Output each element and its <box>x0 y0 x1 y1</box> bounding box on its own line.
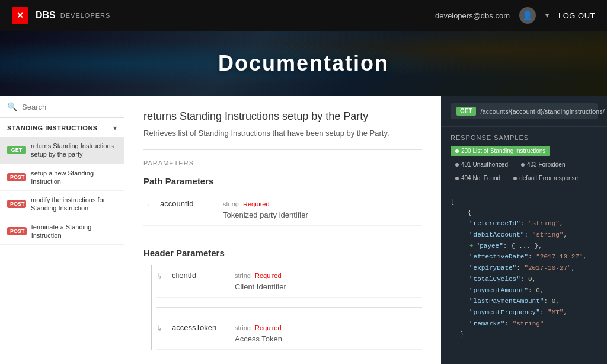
method-badge-post-2: POST <box>7 200 26 208</box>
sidebar-item-post-modify[interactable]: POST modify the instructions for Standin… <box>0 191 124 218</box>
sidebar-item-post-setup[interactable]: POST setup a new Standing Instruction <box>0 164 124 191</box>
main-layout: 🔍 STANDING INSTRUCTIONS ▾ GET returns St… <box>0 96 607 364</box>
content-description: Retrieves list of Standing Instructions … <box>143 129 422 138</box>
divider-3 <box>156 307 422 308</box>
logo: ✕ DBS DEVELOPERS <box>12 7 110 24</box>
code-line-debit: "debitAccount": "string", <box>451 229 598 241</box>
code-line-payfreq: "paymentFrequency": "MT", <box>451 307 598 318</box>
param-row-accesstoken: ↳ accessToken string Required Access Tok… <box>156 317 422 350</box>
header-params-group: ↳ clientId string Required Client Identi… <box>151 265 422 350</box>
header-params-title: Header Parameters <box>143 248 422 258</box>
divider-2 <box>143 238 422 238</box>
code-line-lastpayamount: "lastPaymentAmount": 0, <box>451 296 598 307</box>
sidebar-section-header[interactable]: STANDING INSTRUCTIONS ▾ <box>0 118 124 137</box>
logo-dbs: DBS <box>36 10 56 21</box>
code-line-totalcycles: "totalCycles": 0, <box>451 274 598 285</box>
param-arrow-icon: → <box>143 200 151 209</box>
param-name-clientid: clientId <box>172 271 225 280</box>
code-line-refid: "referenceId": "string", <box>451 218 598 229</box>
code-line-payee: +"payee": { ... }, <box>451 241 598 252</box>
param-row-clientid: ↳ clientId string Required Client Identi… <box>156 265 422 298</box>
param-desc-accountid: Tokenized party identifier <box>223 210 422 219</box>
endpoint-path: /accounts/{accountId}/standingInstructio… <box>481 108 605 115</box>
sidebar-item-post-terminate[interactable]: POST terminate a Standing Instruction <box>0 218 124 245</box>
user-email: developers@dbs.com <box>435 11 510 20</box>
page-title: returns Standing Instructions setup by t… <box>143 110 422 123</box>
endpoint-bar[interactable]: GET /accounts/{accountId}/standingInstru… <box>451 103 598 119</box>
code-open-bracket: [ <box>451 198 455 205</box>
resp-tab-403-label: 403 Forbidden <box>527 161 566 168</box>
sidebar-item-label-3: modify the instructions for Standing Ins… <box>31 196 117 213</box>
search-icon: 🔍 <box>7 102 17 111</box>
get-badge: GET <box>456 107 476 116</box>
param-name-accountid: accountId <box>160 199 213 208</box>
param-desc-accesstoken: Access Token <box>235 334 422 343</box>
code-line-expdate: "expiryDate": "2017-10-27", <box>451 263 598 274</box>
content-area: returns Standing Instructions setup by t… <box>124 96 441 364</box>
param-arrow-icon-2: ↳ <box>156 272 162 280</box>
resp-tab-404-label: 404 Not Found <box>461 175 500 181</box>
parameters-label: PARAMETERS <box>143 159 422 167</box>
code-line-effdate: "effectiveDate": "2017-10-27", <box>451 251 598 263</box>
sidebar-item-get-standing[interactable]: GET returns Standing Instructions setup … <box>0 137 124 164</box>
resp-dot-200 <box>455 149 459 153</box>
hero-title: Documentation <box>218 51 389 76</box>
param-arrow-icon-3: ↳ <box>156 324 162 333</box>
divider-1 <box>143 149 422 150</box>
path-params-title: Path Parameters <box>143 176 422 186</box>
resp-tab-default[interactable]: default Error response <box>509 173 583 183</box>
method-badge-post-1: POST <box>7 173 26 181</box>
header-params-section: Header Parameters ↳ clientId string Requ… <box>143 248 422 350</box>
sidebar-section-title: STANDING INSTRUCTIONS <box>7 124 98 132</box>
code-line-payamount: "paymentAmount": 0, <box>451 285 598 296</box>
code-close-brace: } <box>451 329 598 340</box>
param-type-accesstoken: string Required <box>235 324 282 331</box>
method-badge-get: GET <box>7 146 26 154</box>
search-input[interactable] <box>22 103 117 111</box>
sidebar-item-label: returns Standing Instructions setup by t… <box>31 142 117 159</box>
param-type-accountid: string Required <box>223 200 270 207</box>
param-desc-clientid: Client Identifier <box>235 282 422 291</box>
param-meta-accesstoken: string Required Access Token <box>235 323 422 343</box>
param-meta-clientid: string Required Client Identifier <box>235 271 422 291</box>
resp-tab-404[interactable]: 404 Not Found <box>451 173 505 183</box>
sidebar-item-label-4: terminate a Standing Instruction <box>31 223 117 240</box>
sidebar: 🔍 STANDING INSTRUCTIONS ▾ GET returns St… <box>0 96 124 364</box>
param-type-clientid: string Required <box>235 272 282 279</box>
search-box: 🔍 <box>0 96 124 118</box>
logo-developers: DEVELOPERS <box>60 12 111 19</box>
code-block: [ - { "referenceId": "string", "debitAcc… <box>441 189 607 347</box>
resp-dot-403 <box>521 163 525 167</box>
header: ✕ DBS DEVELOPERS developers@dbs.com 👤 ▾ … <box>0 0 607 31</box>
resp-dot-401 <box>455 163 459 167</box>
resp-tab-401-label: 401 Unauthorized <box>461 161 508 168</box>
dropdown-icon[interactable]: ▾ <box>545 11 549 20</box>
avatar[interactable]: 👤 <box>519 7 536 24</box>
response-tabs: 200 List of Standing Instructions 401 Un… <box>441 146 607 189</box>
resp-tab-403[interactable]: 403 Forbidden <box>516 159 570 170</box>
logo-icon: ✕ <box>12 7 28 24</box>
endpoint-section: GET /accounts/{accountId}/standingInstru… <box>441 96 607 127</box>
resp-tab-200-label: 200 List of Standing Instructions <box>461 148 545 154</box>
logout-button[interactable]: LOG OUT <box>558 11 595 20</box>
path-params-section: Path Parameters → accountId string Requi… <box>143 176 422 226</box>
response-samples-label: RESPONSE SAMPLES <box>441 127 607 146</box>
resp-tab-401[interactable]: 401 Unauthorized <box>451 159 513 170</box>
code-line-dash: - { <box>451 207 598 219</box>
sidebar-item-label-2: setup a new Standing Instruction <box>31 169 117 186</box>
param-row-accountid: → accountId string Required Tokenized pa… <box>143 193 422 226</box>
header-right: developers@dbs.com 👤 ▾ LOG OUT <box>435 7 595 24</box>
code-line-remarks: "remarks": "string" <box>451 318 598 330</box>
param-meta-accountid: string Required Tokenized party identifi… <box>223 199 422 219</box>
right-panel: GET /accounts/{accountId}/standingInstru… <box>441 96 607 364</box>
hero-banner: Documentation <box>0 31 607 96</box>
chevron-down-icon: ▾ <box>113 124 117 132</box>
resp-tab-default-label: default Error response <box>519 175 578 181</box>
resp-dot-default <box>513 177 517 180</box>
param-name-accesstoken: accessToken <box>172 323 225 332</box>
resp-dot-404 <box>455 177 459 180</box>
resp-tab-200[interactable]: 200 List of Standing Instructions <box>451 146 550 156</box>
method-badge-post-3: POST <box>7 227 27 235</box>
